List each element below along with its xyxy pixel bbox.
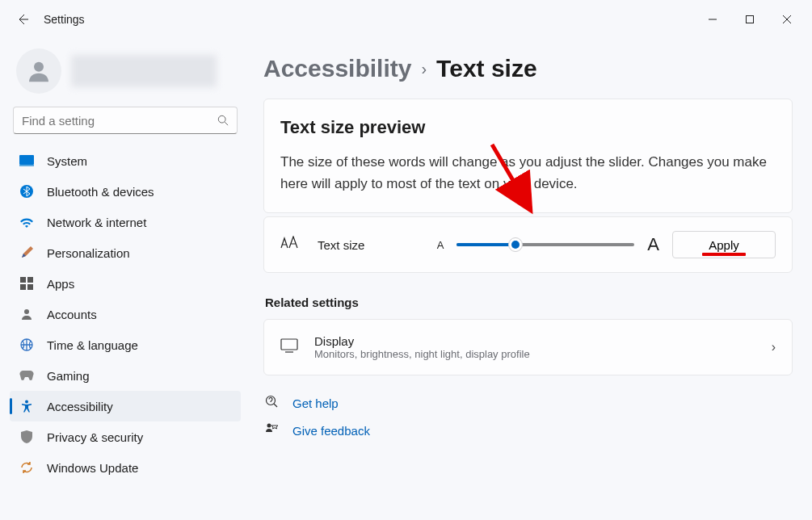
- slider-fill: [456, 243, 515, 246]
- nav-windows-update[interactable]: Windows Update: [10, 452, 241, 483]
- svg-rect-10: [20, 277, 26, 283]
- give-feedback-label: Give feedback: [292, 424, 370, 438]
- nav-accessibility[interactable]: Accessibility: [10, 391, 241, 421]
- chevron-right-icon: ›: [421, 60, 427, 78]
- person-icon: [26, 58, 52, 84]
- nav-label: Network & internet: [47, 216, 146, 229]
- nav-label: Apps: [47, 277, 74, 291]
- content-area: Accessibility › Text size Text size prev…: [250, 39, 812, 520]
- window-title: Settings: [44, 13, 85, 26]
- nav-gaming[interactable]: Gaming: [10, 360, 241, 391]
- nav-label: Accessibility: [47, 400, 113, 413]
- slider-thumb[interactable]: [508, 237, 523, 252]
- search-icon: [217, 115, 229, 126]
- apps-icon: [19, 276, 34, 291]
- nav-label: Privacy & security: [47, 430, 143, 444]
- related-display-subtitle: Monitors, brightness, night light, displ…: [314, 348, 530, 360]
- breadcrumb: Accessibility › Text size: [263, 45, 793, 99]
- search-input[interactable]: [22, 114, 217, 128]
- svg-rect-7: [19, 155, 34, 165]
- text-size-slider[interactable]: [456, 237, 634, 253]
- nav-label: Bluetooth & devices: [47, 185, 154, 199]
- small-a-label: A: [437, 239, 444, 251]
- accounts-icon: [19, 307, 34, 321]
- system-icon: [19, 153, 34, 168]
- sidebar: System Bluetooth & devices Network & int…: [0, 39, 250, 520]
- display-icon: [280, 338, 298, 356]
- window-controls: [694, 6, 806, 32]
- gamepad-icon: [19, 368, 34, 383]
- text-size-row: Text size A A Apply: [263, 216, 793, 273]
- text-size-label: Text size: [318, 238, 364, 252]
- breadcrumb-parent[interactable]: Accessibility: [263, 55, 411, 82]
- text-size-icon: [280, 236, 298, 254]
- nav-label: Time & language: [47, 338, 138, 352]
- brush-icon: [19, 245, 34, 260]
- nav-label: Windows Update: [47, 461, 138, 475]
- big-a-label: A: [647, 234, 659, 255]
- nav-label: Personalization: [47, 246, 130, 260]
- svg-rect-8: [19, 165, 34, 166]
- feedback-icon: [265, 422, 278, 438]
- shield-icon: [19, 430, 34, 444]
- svg-point-14: [24, 309, 29, 314]
- clock-globe-icon: [19, 338, 34, 352]
- apply-label: Apply: [709, 238, 739, 252]
- svg-point-4: [34, 62, 44, 72]
- svg-line-21: [274, 404, 277, 407]
- preview-body: The size of these words will change as y…: [280, 151, 776, 195]
- nav-time-language[interactable]: Time & language: [10, 329, 241, 360]
- minimize-button[interactable]: [694, 6, 731, 32]
- get-help-label: Get help: [292, 396, 339, 410]
- minimize-icon: [709, 15, 717, 23]
- help-links: Get help Give feedback: [263, 395, 793, 438]
- maximize-icon: [746, 15, 754, 23]
- nav-network[interactable]: Network & internet: [10, 207, 241, 237]
- update-icon: [19, 460, 34, 475]
- avatar: [16, 48, 61, 94]
- close-icon: [783, 15, 791, 23]
- profile-block[interactable]: [10, 45, 241, 107]
- annotation-underline: [702, 253, 746, 256]
- nav-accounts[interactable]: Accounts: [10, 299, 241, 329]
- search-box[interactable]: [13, 107, 238, 134]
- svg-rect-12: [20, 284, 26, 290]
- nav-label: Gaming: [47, 369, 90, 383]
- nav-label: System: [47, 154, 87, 168]
- help-icon: [265, 395, 278, 411]
- svg-rect-1: [747, 16, 754, 23]
- maximize-button[interactable]: [731, 6, 768, 32]
- accessibility-icon: [19, 399, 34, 413]
- give-feedback-link[interactable]: Give feedback: [265, 422, 793, 438]
- get-help-link[interactable]: Get help: [265, 395, 793, 411]
- titlebar: Settings: [0, 0, 812, 39]
- chevron-right-icon: ›: [772, 340, 776, 354]
- svg-rect-11: [27, 277, 33, 283]
- preview-card: Text size preview The size of these word…: [263, 99, 793, 213]
- arrow-left-icon: [16, 13, 29, 26]
- nav-bluetooth[interactable]: Bluetooth & devices: [10, 176, 241, 207]
- bluetooth-icon: [19, 184, 34, 199]
- profile-name-redacted: [71, 55, 217, 87]
- related-heading: Related settings: [265, 296, 793, 309]
- nav-personalization[interactable]: Personalization: [10, 237, 241, 268]
- nav-list: System Bluetooth & devices Network & int…: [10, 145, 241, 483]
- svg-rect-18: [281, 339, 297, 350]
- nav-privacy[interactable]: Privacy & security: [10, 421, 241, 452]
- breadcrumb-current: Text size: [436, 55, 537, 82]
- nav-system[interactable]: System: [10, 145, 241, 176]
- svg-rect-13: [27, 284, 33, 290]
- close-button[interactable]: [768, 6, 806, 32]
- back-button[interactable]: [6, 3, 39, 36]
- apply-button[interactable]: Apply: [672, 231, 776, 258]
- svg-line-6: [225, 122, 228, 125]
- svg-point-22: [267, 424, 271, 428]
- svg-point-5: [218, 115, 225, 123]
- nav-label: Accounts: [47, 308, 97, 321]
- related-display-row[interactable]: Display Monitors, brightness, night ligh…: [263, 319, 793, 375]
- related-display-title: Display: [314, 334, 530, 348]
- svg-point-16: [25, 400, 28, 404]
- wifi-icon: [19, 215, 34, 229]
- nav-apps[interactable]: Apps: [10, 268, 241, 299]
- preview-title: Text size preview: [280, 117, 776, 138]
